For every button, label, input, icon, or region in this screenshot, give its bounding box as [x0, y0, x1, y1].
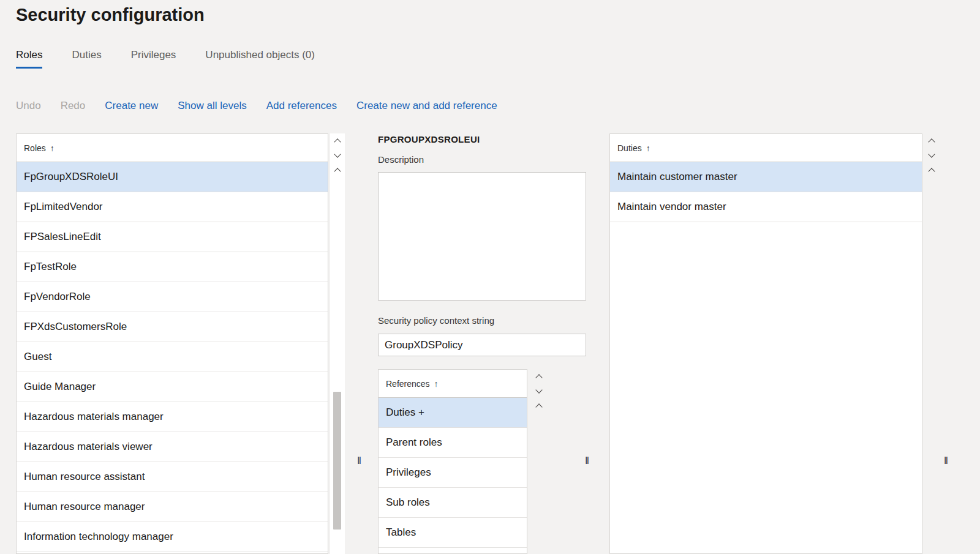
reference-label: Tables — [386, 526, 416, 539]
reference-label: Duties + — [386, 406, 424, 419]
role-label: FPSalesLineEdit — [24, 231, 101, 243]
references-scrollbar — [532, 369, 546, 554]
references-grid: References ↑ Duties + Parent roles Privi… — [378, 369, 527, 554]
role-list-item[interactable]: Guest — [17, 342, 328, 372]
roles-grid: Roles ↑ FpGroupXDSRoleUI FpLimitedVendor… — [16, 133, 328, 554]
role-label: Guide Manager — [24, 381, 96, 393]
role-list-item[interactable]: Guide Manager — [17, 372, 328, 402]
splitter-handle[interactable]: ‖ — [944, 455, 948, 467]
add-references-button[interactable]: Add references — [266, 100, 337, 112]
reference-list-item[interactable]: Duties + — [379, 398, 527, 428]
role-list-item[interactable]: FpLimitedVendor — [17, 192, 328, 222]
scroll-down-icon[interactable] — [333, 151, 342, 160]
duties-scrollbar — [924, 133, 939, 554]
security-policy-label: Security policy context string — [378, 315, 494, 326]
roles-list: FpGroupXDSRoleUI FpLimitedVendor FPSales… — [17, 162, 328, 552]
role-label: Human resource assistant — [24, 471, 145, 483]
security-policy-input[interactable] — [378, 334, 586, 356]
role-label: FpLimitedVendor — [24, 201, 103, 213]
references-column-header[interactable]: References ↑ — [379, 370, 527, 398]
duty-list-item[interactable]: Maintain customer master — [610, 162, 922, 192]
sort-ascending-icon: ↑ — [646, 143, 650, 153]
role-list-item[interactable]: Hazardous materials manager — [17, 402, 328, 432]
role-list-item[interactable]: Human resource assistant — [17, 462, 328, 492]
reference-label: Privileges — [386, 466, 431, 479]
scrollbar-thumb[interactable] — [333, 392, 341, 530]
create-new-button[interactable]: Create new — [105, 100, 158, 112]
role-list-item[interactable]: Hazardous materials viewer — [17, 432, 328, 462]
references-header-label: References — [386, 379, 430, 389]
duties-list: Maintain customer master Maintain vendor… — [610, 162, 922, 222]
reference-list-item[interactable]: Parent roles — [379, 428, 527, 458]
tab-roles[interactable]: Roles — [16, 49, 42, 69]
role-label: Human resource manager — [24, 501, 145, 513]
splitter-handle[interactable]: ‖ — [357, 455, 361, 467]
scroll-up-icon[interactable] — [534, 402, 544, 410]
reference-label: Sub roles — [386, 496, 430, 509]
action-toolbar: Undo Redo Create new Show all levels Add… — [16, 100, 497, 112]
duties-column-header[interactable]: Duties ↑ — [610, 134, 922, 162]
role-list-item[interactable]: Human resource manager — [17, 492, 328, 522]
role-list-item[interactable]: FpVendorRole — [17, 282, 328, 312]
page-title: Security configuration — [16, 5, 205, 25]
sort-ascending-icon: ↑ — [434, 379, 439, 389]
scroll-up-icon[interactable] — [927, 137, 937, 145]
scroll-down-icon[interactable] — [927, 151, 937, 160]
redo-button[interactable]: Redo — [61, 100, 86, 112]
description-textarea[interactable] — [378, 172, 586, 301]
role-label: Hazardous materials viewer — [24, 441, 153, 453]
roles-column-header[interactable]: Roles ↑ — [17, 134, 328, 162]
security-configuration-page: Security configuration Roles Duties Priv… — [0, 0, 980, 554]
role-list-item[interactable]: Information technology manager — [17, 522, 328, 552]
duties-grid: Duties ↑ Maintain customer master Mainta… — [609, 133, 922, 554]
tab-privileges[interactable]: Privileges — [131, 49, 176, 69]
description-label: Description — [378, 154, 424, 165]
role-list-item[interactable]: FPSalesLineEdit — [17, 222, 328, 252]
role-label: FPXdsCustomersRole — [24, 321, 127, 333]
role-label: FpVendorRole — [24, 291, 91, 303]
sort-ascending-icon: ↑ — [50, 143, 55, 153]
reference-list-item[interactable]: Tables — [379, 518, 527, 548]
create-new-and-add-reference-button[interactable]: Create new and add reference — [356, 100, 497, 112]
role-label: Hazardous materials manager — [24, 411, 164, 423]
reference-label: Parent roles — [386, 436, 442, 449]
duty-label: Maintain vendor master — [617, 201, 726, 213]
duty-list-item[interactable]: Maintain vendor master — [610, 192, 922, 222]
role-label: Guest — [24, 351, 51, 363]
show-all-levels-button[interactable]: Show all levels — [178, 100, 246, 112]
tab-duties[interactable]: Duties — [72, 49, 101, 69]
tab-unpublished-objects[interactable]: Unpublished objects (0) — [205, 49, 315, 69]
undo-button[interactable]: Undo — [16, 100, 41, 112]
tab-bar: Roles Duties Privileges Unpublished obje… — [16, 49, 315, 69]
role-list-item[interactable]: FpTestRole — [17, 252, 328, 282]
roles-header-label: Roles — [24, 143, 46, 153]
role-list-item[interactable]: FPXdsCustomersRole — [17, 312, 328, 342]
scroll-up-icon[interactable] — [927, 166, 937, 174]
scroll-up-icon[interactable] — [333, 166, 342, 174]
scroll-up-icon[interactable] — [333, 137, 342, 145]
role-label: Information technology manager — [24, 531, 173, 543]
roles-scrollbar — [330, 133, 345, 554]
role-detail-title: FPGROUPXDSROLEUI — [378, 134, 480, 144]
duty-label: Maintain customer master — [617, 171, 737, 183]
role-label: FpGroupXDSRoleUI — [24, 171, 118, 183]
role-list-item[interactable]: FpGroupXDSRoleUI — [17, 162, 328, 192]
references-list: Duties + Parent roles Privileges Sub rol… — [379, 398, 527, 548]
reference-list-item[interactable]: Sub roles — [379, 488, 527, 518]
reference-list-item[interactable]: Privileges — [379, 458, 527, 488]
scroll-down-icon[interactable] — [534, 387, 544, 395]
splitter-handle[interactable]: ‖ — [585, 455, 589, 467]
duties-header-label: Duties — [617, 143, 642, 153]
role-label: FpTestRole — [24, 261, 77, 273]
scroll-up-icon[interactable] — [534, 372, 544, 381]
